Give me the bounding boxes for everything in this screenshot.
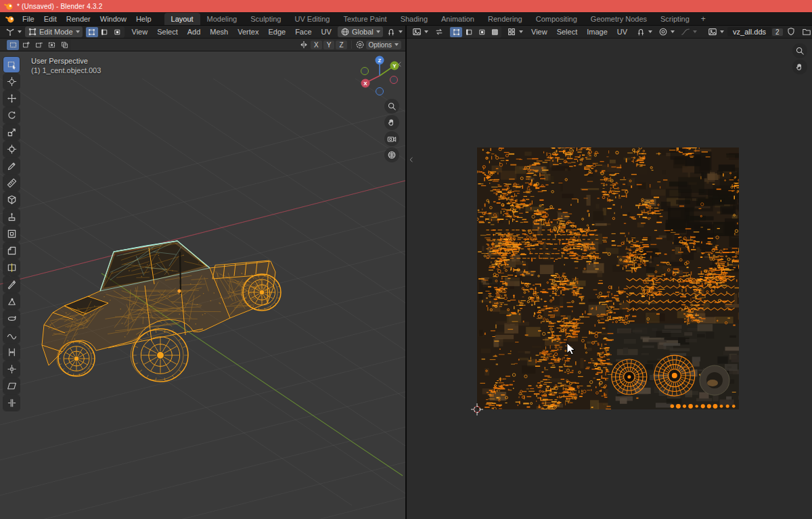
sticky-select-dropdown[interactable] bbox=[504, 26, 526, 37]
workspace-tab[interactable]: Geometry Nodes bbox=[584, 13, 654, 25]
window-titlebar[interactable]: * (Unsaved) - Blender 4.3.2 bbox=[0, 0, 812, 12]
tool-select-box[interactable] bbox=[3, 57, 20, 72]
workspace-tab[interactable]: Compositing bbox=[529, 13, 584, 25]
workspace-tab[interactable]: Layout bbox=[164, 13, 200, 25]
workspace-tab[interactable]: Modeling bbox=[200, 13, 244, 25]
tool-smooth[interactable] bbox=[3, 328, 20, 343]
tool-transform[interactable] bbox=[3, 141, 20, 157]
menu-item[interactable]: Edit bbox=[39, 14, 62, 24]
options-dropdown[interactable]: Options bbox=[366, 41, 401, 49]
uv-sync-select-button[interactable] bbox=[432, 26, 447, 37]
workspace-tab[interactable]: Shading bbox=[394, 13, 434, 25]
workspace-tab[interactable]: Animation bbox=[434, 13, 481, 25]
menu-item[interactable]: UV bbox=[612, 26, 632, 37]
tool-poly-build[interactable] bbox=[3, 294, 20, 309]
face-select-mode[interactable] bbox=[112, 27, 124, 37]
pan-button[interactable] bbox=[384, 115, 399, 130]
menu-item[interactable]: Vertex bbox=[233, 26, 263, 37]
edge-select-mode[interactable] bbox=[99, 27, 111, 37]
select-op-invert[interactable] bbox=[45, 40, 58, 50]
zoom-button[interactable] bbox=[792, 43, 807, 58]
menu-item[interactable]: Select bbox=[152, 26, 183, 37]
select-op-intersect[interactable] bbox=[58, 40, 70, 50]
tool-bevel[interactable] bbox=[3, 243, 20, 258]
zoom-button[interactable] bbox=[384, 99, 399, 114]
tool-shrink-fatten[interactable] bbox=[3, 361, 20, 377]
tool-move[interactable] bbox=[3, 91, 20, 106]
mirror-axis-toggle[interactable]: Y bbox=[323, 41, 335, 49]
select-op-subtract[interactable] bbox=[32, 40, 45, 50]
navigation-gizmo[interactable]: Z Y X bbox=[358, 54, 401, 97]
editor-type-button[interactable] bbox=[3, 26, 24, 37]
browse-image-button[interactable] bbox=[705, 26, 727, 37]
tool-extrude-region[interactable] bbox=[3, 209, 20, 225]
sidebar-toggle-arrow[interactable] bbox=[397, 58, 403, 70]
tool-inset-faces[interactable] bbox=[3, 226, 20, 242]
menu-item[interactable]: Mesh bbox=[205, 26, 233, 37]
open-image-button[interactable] bbox=[799, 26, 812, 37]
menu-item[interactable]: Edge bbox=[263, 26, 290, 37]
menu-item[interactable]: File bbox=[18, 14, 39, 24]
menu-item[interactable]: View bbox=[526, 26, 552, 37]
menu-item[interactable]: Add bbox=[183, 26, 206, 37]
uv-island-select-mode[interactable] bbox=[489, 27, 501, 37]
snap-toggle-button[interactable] bbox=[384, 26, 405, 37]
mirror-axis-toggle[interactable]: X bbox=[311, 41, 322, 49]
camera-view-button[interactable] bbox=[384, 131, 399, 146]
tool-edge-slide[interactable] bbox=[3, 344, 20, 360]
pan-button[interactable] bbox=[792, 60, 807, 74]
image-name-field[interactable]: vz_all.dds bbox=[727, 27, 771, 37]
menu-item[interactable]: Render bbox=[62, 14, 95, 24]
gizmo-y-negative[interactable] bbox=[361, 68, 369, 75]
menu-item[interactable]: View bbox=[127, 26, 153, 37]
arrow-left-icon bbox=[397, 61, 403, 68]
add-workspace-button[interactable]: + bbox=[696, 13, 710, 25]
sidebar-toggle-arrow[interactable] bbox=[408, 154, 415, 166]
tool-annotate[interactable] bbox=[3, 158, 20, 174]
workspace-tab[interactable]: Sculpting bbox=[244, 13, 288, 25]
tool-knife[interactable] bbox=[3, 277, 20, 292]
uv-falloff-dropdown[interactable] bbox=[678, 26, 700, 37]
uv-face-select-mode[interactable] bbox=[476, 27, 488, 37]
chevron-down-icon bbox=[648, 30, 652, 33]
menu-item[interactable]: Image bbox=[582, 26, 612, 37]
tool-add-cube[interactable] bbox=[3, 192, 20, 208]
editor-type-button[interactable] bbox=[409, 26, 431, 37]
workspace-tab[interactable]: Rendering bbox=[481, 13, 529, 25]
tool-loop-cut[interactable] bbox=[3, 260, 20, 275]
workspace-tab[interactable]: Scripting bbox=[654, 13, 696, 25]
app-menu-button[interactable] bbox=[3, 14, 18, 24]
select-op-new[interactable] bbox=[7, 40, 19, 50]
workspace-tab[interactable]: Texture Paint bbox=[336, 13, 393, 25]
uv-snap-button[interactable] bbox=[633, 26, 655, 37]
scene-3d-canvas[interactable] bbox=[0, 51, 405, 519]
menu-item[interactable]: Help bbox=[131, 14, 156, 24]
gizmo-x-negative[interactable] bbox=[390, 76, 398, 84]
fake-user-button[interactable] bbox=[784, 26, 798, 37]
mirror-axis-toggle[interactable]: Z bbox=[336, 41, 346, 49]
image-users-badge[interactable]: 2 bbox=[772, 28, 783, 36]
gizmo-z-negative[interactable] bbox=[376, 88, 384, 95]
mode-dropdown[interactable]: Edit Mode bbox=[25, 26, 83, 37]
transform-pivot-icon[interactable] bbox=[355, 40, 365, 49]
tool-rotate[interactable] bbox=[3, 108, 20, 123]
uv-edge-select-mode[interactable] bbox=[463, 27, 475, 37]
menu-item[interactable]: Select bbox=[552, 26, 583, 37]
vertex-select-mode[interactable] bbox=[86, 27, 98, 37]
orientation-dropdown[interactable]: Global bbox=[338, 26, 383, 37]
workspace-tab[interactable]: UV Editing bbox=[288, 13, 336, 25]
tool-measure[interactable] bbox=[3, 175, 20, 191]
tool-scale[interactable] bbox=[3, 125, 20, 140]
uv-canvas[interactable] bbox=[407, 39, 812, 519]
uv-vertex-select-mode[interactable] bbox=[450, 27, 462, 37]
tool-shear[interactable] bbox=[3, 378, 20, 394]
menu-item[interactable]: Face bbox=[290, 26, 316, 37]
select-op-extend[interactable] bbox=[20, 40, 32, 50]
tool-spin[interactable] bbox=[3, 311, 20, 326]
uv-proportional-button[interactable] bbox=[656, 26, 677, 37]
tool-rip-region[interactable] bbox=[3, 395, 20, 411]
tool-cursor[interactable] bbox=[3, 74, 20, 89]
menu-item[interactable]: UV bbox=[317, 26, 336, 37]
menu-item[interactable]: Window bbox=[95, 14, 131, 24]
projection-toggle-button[interactable] bbox=[384, 148, 399, 162]
